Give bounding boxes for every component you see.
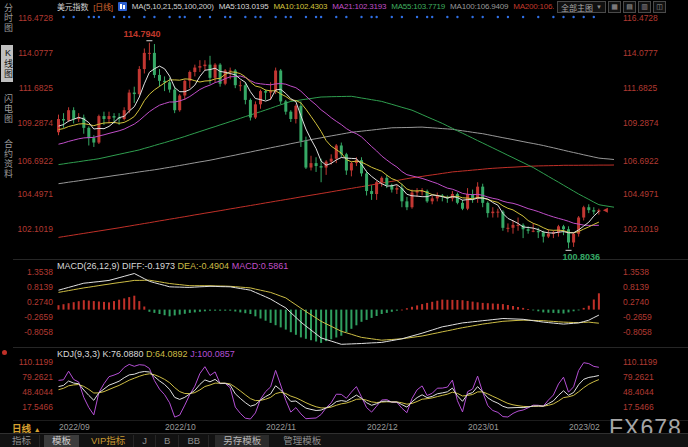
kdj-axis-label: 110.1199	[623, 358, 685, 367]
toolbar-manage-template[interactable]: 管理模板	[275, 435, 329, 447]
kdj-axis-label: 48.4044	[12, 388, 53, 397]
chart-canvas[interactable]	[0, 0, 688, 447]
j-line	[59, 363, 599, 419]
macd-axis-label: 0.8139	[12, 283, 53, 292]
kdj-j-value: J:100.0857	[190, 349, 235, 359]
price-axis-label: 116.4728	[623, 14, 685, 23]
toolbar-save-template[interactable]: 另存模板	[215, 435, 269, 447]
price-axis-label: 106.6922	[623, 157, 685, 166]
macd-axis-label: 1.3538	[623, 268, 685, 277]
toolbar-b[interactable]: B	[156, 435, 179, 447]
price-axis-label: 111.6825	[12, 84, 53, 93]
news-event-dots	[62, 16, 595, 18]
price-axis-label: 109.2874	[12, 119, 53, 128]
price-axis-label: 104.4971	[623, 190, 685, 199]
d-line	[59, 374, 599, 408]
toolbar-j[interactable]: J	[134, 435, 156, 447]
macd-dea-value: DEA:-0.4904	[178, 261, 230, 271]
macd-axis-label: -0.2659	[623, 313, 685, 322]
kdj-axis-label: 17.5466	[623, 403, 685, 412]
price-axis-label: 106.6922	[12, 157, 53, 166]
ma200-line	[59, 165, 615, 237]
macd-diff-value: DIFF:-0.1973	[122, 261, 175, 271]
macd-histogram	[58, 293, 600, 343]
price-axis-label: 114.0777	[623, 49, 685, 58]
date-axis-label: 2022/11	[266, 422, 296, 432]
macd-axis-label: -0.8058	[12, 328, 53, 337]
price-axis-label: 102.1019	[12, 225, 53, 234]
kdj-name: KDJ(9,3,3)	[57, 349, 100, 359]
macd-axis-label: 1.3538	[12, 268, 53, 277]
price-axis-label: 109.2874	[623, 119, 685, 128]
kdj-axis-label: 48.4044	[623, 388, 685, 397]
price-axis-label: 111.6825	[623, 84, 685, 93]
price-axis-label: 102.1019	[623, 225, 685, 234]
kdj-axis-label: 79.2621	[623, 373, 685, 382]
low-price-annotation: 100.8036	[563, 252, 601, 262]
macd-macd-value: MACD:0.5861	[232, 261, 289, 271]
kdj-k-value: K:76.0880	[103, 349, 144, 359]
price-axis-label: 114.0777	[12, 49, 53, 58]
macd-axis-label: -0.8058	[623, 328, 685, 337]
last-price-marker	[603, 208, 608, 213]
triangle-up-icon: ▲	[34, 426, 41, 433]
kdj-pane-header: KDJ(9,3,3) K:76.0880 D:64.0892 J:100.085…	[57, 349, 235, 359]
kdj-axis-label: 17.5466	[12, 403, 53, 412]
kdj-settings-dot[interactable]	[2, 350, 7, 355]
toolbar-indicators[interactable]: 指标	[4, 435, 40, 447]
candlestick-layer	[57, 43, 600, 249]
toolbar-template[interactable]: 模板	[44, 435, 79, 447]
price-axis-label: 116.4728	[12, 14, 53, 23]
macd-pane-header: MACD(26,12,9) DIFF:-0.1973 DEA:-0.4904 M…	[57, 261, 288, 271]
macd-axis-label: 0.8139	[623, 283, 685, 292]
date-axis-label: 2023/02	[569, 422, 600, 432]
macd-axis-label: -0.2659	[12, 313, 53, 322]
bottom-toolbar: 指标 模板 VIP指标 J B BB 另存模板 管理模板	[0, 433, 688, 447]
app-window: 美元指数 [日线] MA(5,10,21,55,100,200) MA5:103…	[0, 0, 688, 447]
kdj-d-value: D:64.0892	[146, 349, 188, 359]
kdj-axis-label: 79.2621	[12, 373, 53, 382]
date-axis-label: 2022/09	[59, 422, 90, 432]
ma21-line	[59, 76, 599, 225]
macd-name: MACD(26,12,9)	[57, 261, 120, 271]
date-axis-label: 2022/10	[165, 422, 196, 432]
dea-line	[59, 280, 599, 340]
date-axis-label: 2023/01	[468, 422, 499, 432]
toolbar-bb[interactable]: BB	[179, 435, 209, 447]
macd-axis-label: 0.2740	[12, 298, 53, 307]
macd-axis-label: 0.2740	[623, 298, 685, 307]
high-price-annotation: 114.7940	[123, 29, 160, 39]
toolbar-vip-indicators[interactable]: VIP指标	[83, 435, 134, 447]
kdj-axis-label: 110.1199	[12, 358, 53, 367]
price-axis-label: 104.4971	[12, 190, 53, 199]
date-axis-label: 2022/12	[367, 422, 398, 432]
